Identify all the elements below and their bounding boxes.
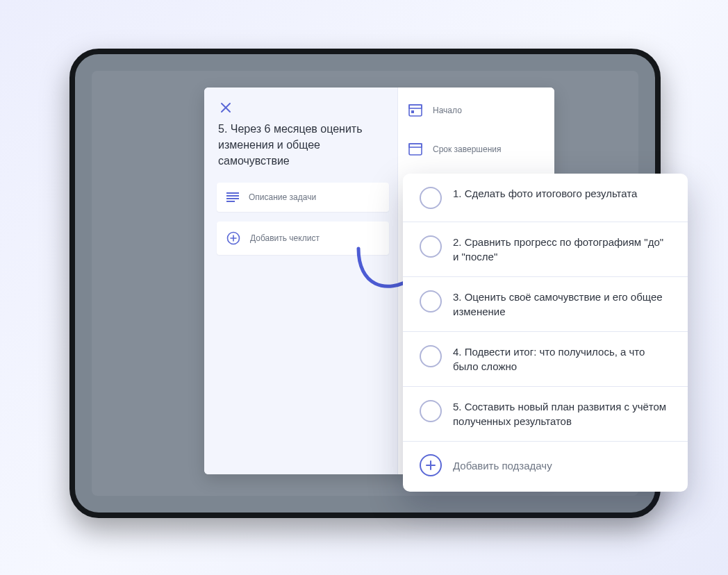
task-pane-left: 5. Через 6 месяцев оценить изменения и о… — [204, 88, 398, 474]
svg-rect-1 — [226, 195, 239, 197]
subtask-item[interactable]: 3. Оценить своё самочувствие и его общее… — [403, 277, 688, 332]
subtask-checkbox[interactable] — [420, 290, 442, 312]
svg-rect-7 — [411, 110, 414, 113]
svg-rect-8 — [409, 144, 422, 155]
description-card[interactable]: Описание задачи — [217, 183, 389, 212]
plus-circle-icon — [226, 231, 240, 245]
subtask-item[interactable]: 2. Сравнить прогресс по фотографиям "до"… — [403, 222, 688, 277]
subtask-checkbox[interactable] — [420, 345, 442, 367]
close-button[interactable] — [217, 99, 235, 117]
subtasks-popover: 1. Сделать фото итогового результата 2. … — [403, 174, 688, 492]
text-lines-icon — [226, 192, 239, 202]
subtask-text: 1. Сделать фото итогового результата — [453, 186, 637, 201]
svg-rect-9 — [409, 144, 422, 147]
add-checklist-label: Добавить чеклист — [250, 233, 320, 243]
task-title: 5. Через 6 месяцев оценить изменения и о… — [218, 121, 385, 169]
plus-circle-icon — [420, 454, 442, 476]
due-date-row[interactable]: Срок завершения — [406, 136, 546, 162]
svg-rect-3 — [226, 201, 235, 202]
add-checklist-button[interactable]: Добавить чеклист — [217, 222, 389, 255]
due-date-label: Срок завершения — [433, 144, 502, 154]
svg-rect-0 — [226, 192, 239, 194]
add-subtask-button[interactable]: Добавить подзадачу — [403, 442, 688, 492]
close-icon — [220, 102, 231, 113]
svg-rect-5 — [409, 105, 422, 116]
subtask-text: 2. Сравнить прогресс по фотографиям "до"… — [453, 235, 671, 264]
start-date-label: Начало — [433, 106, 462, 115]
subtask-checkbox[interactable] — [420, 187, 442, 209]
calendar-start-icon — [408, 103, 423, 118]
subtask-text: 3. Оценить своё самочувствие и его общее… — [453, 290, 671, 319]
add-subtask-label: Добавить подзадачу — [453, 460, 552, 472]
subtask-text: 5. Составить новый план развития с учёто… — [453, 399, 671, 428]
subtask-item[interactable]: 5. Составить новый план развития с учёто… — [403, 387, 688, 442]
subtask-checkbox[interactable] — [420, 235, 442, 258]
subtask-checkbox[interactable] — [420, 400, 442, 422]
subtask-item[interactable]: 1. Сделать фото итогового результата — [403, 174, 688, 222]
subtask-text: 4. Подвести итог: что получилось, а что … — [453, 344, 671, 374]
svg-rect-2 — [226, 198, 239, 199]
calendar-due-icon — [408, 142, 423, 157]
svg-rect-6 — [409, 105, 422, 108]
subtask-item[interactable]: 4. Подвести итог: что получилось, а что … — [403, 332, 688, 387]
description-placeholder: Описание задачи — [249, 192, 316, 202]
start-date-row[interactable]: Начало — [406, 97, 546, 124]
